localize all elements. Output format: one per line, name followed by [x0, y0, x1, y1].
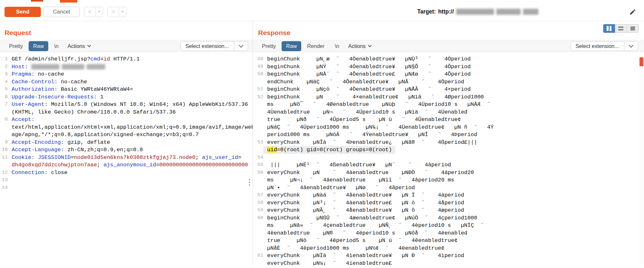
repeater-toolbar: Send Cancel < > Target: http://	[0, 3, 644, 21]
line-number: 9	[0, 139, 8, 146]
code-line: µNáÇ ¨ 4Üperiod1000 ms µN¾¡ ¨ 4Üenabledt…	[253, 124, 644, 131]
line-text	[263, 154, 267, 162]
line-number: 48	[253, 55, 263, 63]
request-title: Request	[5, 29, 248, 37]
line-text: 4èenabledtrue µN® ¨ 4éperiod10 s µNôå ¨ …	[263, 229, 467, 237]
line-number: 8	[0, 116, 8, 124]
tab-linebreak[interactable]: \n	[330, 41, 344, 51]
side-by-side-view-icon[interactable]	[603, 24, 615, 33]
code-line: 49beginChunk µNÝ ¨ 4Óenabledtrue¥ µN§Õ ¨…	[253, 63, 644, 71]
edit-target-icon[interactable]	[629, 8, 636, 15]
line-text: true µNò ¨ 4êperiod5 s µN ú ¨ 4êenabledt…	[263, 237, 458, 245]
line-number	[253, 131, 263, 139]
code-line: 55 ||| µNÉ¹ ¨ 4ßenabledtrue¥ µN¨ ¨ 4àper…	[253, 161, 644, 169]
panel-resize-handle[interactable]	[249, 179, 250, 186]
code-text: GET /admin/shelljfr.jsp?	[12, 56, 90, 62]
tab-raw[interactable]: Raw	[282, 41, 301, 51]
code-text: ajs_user_id	[202, 154, 238, 161]
code-text: =0(root) gid=0(root) groups=0(root)	[277, 147, 392, 153]
code-line: (KHTML, like Gecko) Chrome/118.0.0.0 Saf…	[0, 108, 253, 116]
line-text: true µNð ¨ 4Ûperiod5 s µN ù ¨ 4Ûenabledt…	[263, 116, 461, 124]
code-text: ms µNâ» ¨ 4çenabledtrue µNÑ¸ ¨ 4èperiod1…	[267, 222, 484, 228]
code-text: User-Agent:	[12, 101, 48, 107]
single-view-icon[interactable]	[627, 24, 639, 33]
code-text: period1000 ms µNöÄ ¨ 4Ýenabledtrue¥ µNÎ …	[267, 132, 477, 138]
response-view-switch	[603, 24, 639, 33]
code-text: gzip, deflate	[64, 139, 110, 145]
code-text	[34, 154, 38, 161]
select-extension-dropdown[interactable]: Select extension...	[571, 41, 638, 51]
code-text: 000000000000000000000000000	[159, 162, 248, 168]
line-number: 58	[253, 199, 263, 207]
line-number	[253, 237, 263, 245]
line-number	[253, 245, 263, 252]
code-text: Mozilla/5.0 (Windows NT 10.0; Win64; x64…	[48, 101, 248, 107]
triangle-down-icon	[98, 11, 100, 13]
code-text: no-cache	[58, 79, 87, 85]
line-text: ||| µNÉ¹ ¨ 4ßenabledtrue¥ µN¨ ¨ 4àperiod	[263, 161, 451, 169]
code-line: uid=0(root) gid=0(root) groups=0(root)	[253, 146, 644, 154]
target-display: Target: http://	[417, 8, 538, 15]
cancel-button[interactable]: Cancel	[43, 7, 79, 17]
history-forward-dropdown[interactable]	[119, 7, 126, 17]
redacted-host-value	[62, 64, 84, 69]
line-text: µNáÇ ¨ 4Üperiod1000 ms µN¾¡ ¨ 4Üenabledt…	[263, 124, 494, 131]
line-number	[253, 229, 263, 237]
actions-button[interactable]: Actions	[345, 41, 374, 51]
code-text: node013d5en6kns7k0308ztkfgjaj73.node0	[74, 154, 195, 161]
code-line: 8Accept:	[0, 116, 253, 124]
response-viewer[interactable]: 48beginChunk µN¸æ ¨ 4Òenabledtrue¥ µNÙ³ …	[253, 52, 644, 265]
target-label: Target:	[417, 8, 436, 15]
stacked-view-icon[interactable]	[615, 24, 627, 33]
code-text: µNåÈ ¨ 4ëperiod1000 ms µN½¢ ¨ 4ëenabledt…	[267, 245, 444, 251]
code-text: zh-CN,zh;q=0.9,en;q=0.8	[64, 147, 143, 153]
code-line: 14	[0, 184, 253, 192]
history-back-button[interactable]: <	[84, 7, 96, 17]
tab-pretty[interactable]: Pretty	[257, 41, 280, 51]
history-back-dropdown[interactable]	[96, 7, 103, 17]
code-text: =	[100, 56, 103, 62]
line-number	[253, 108, 263, 116]
line-text: Connection: close	[8, 169, 67, 177]
line-number	[253, 78, 263, 86]
select-extension-dropdown[interactable]: Select extension...	[181, 41, 248, 51]
code-line: true µNò ¨ 4êperiod5 s µN ú ¨ 4êenabledt…	[253, 237, 644, 245]
history-forward-button[interactable]: >	[107, 7, 119, 17]
tab-linebreak[interactable]: \n	[50, 41, 63, 51]
code-line: 12Connection: close	[0, 169, 253, 177]
code-text: close	[48, 170, 67, 176]
tab-render[interactable]: Render	[303, 41, 329, 51]
line-number	[0, 161, 8, 169]
code-text: everyChunk µN ¨ 4àenabledtrue µNÐÖ ¨ 4áp…	[267, 170, 474, 176]
code-line: ms µNõ¯ ¨ 4Øenabledtrue µNùþ ¨ 4Ùperiod1…	[253, 101, 644, 108]
scrollbar-thumb[interactable]	[639, 57, 643, 66]
line-number	[253, 116, 263, 124]
request-panel: Request Pretty Raw \n Actions Select ext…	[0, 21, 253, 265]
tab-raw[interactable]: Raw	[29, 41, 48, 51]
response-scrollbar[interactable]	[639, 57, 644, 265]
line-number	[253, 184, 263, 192]
line-number: 7	[0, 101, 8, 108]
request-header: Request	[0, 21, 253, 40]
history-forward-group: >	[107, 7, 126, 17]
send-button[interactable]: Send	[5, 7, 41, 17]
line-number: 51	[253, 86, 263, 93]
column-bar	[610, 26, 611, 31]
tab-fragment[interactable]	[31, 0, 43, 2]
actions-button[interactable]: Actions	[64, 41, 94, 51]
line-text: µNåÈ ¨ 4ëperiod1000 ms µN½¢ ¨ 4ëenabledt…	[263, 245, 444, 252]
code-text: everyChunk µNÎà ¨ 4Þenabledtrue¿ µNã® ¨ …	[267, 139, 477, 145]
line-text: User-Agent: Mozilla/5.0 (Windows NT 10.0…	[8, 101, 248, 108]
line-number: 3	[0, 70, 8, 78]
line-text: everyChunk µNÃ¸ ¨ 4åenabledtrue¥ µN õ ¨ …	[263, 207, 464, 214]
highlighted-match: uid	[267, 147, 277, 153]
request-editor[interactable]: 1GET /admin/shelljfr.jsp?cmd=id HTTP/1.1…	[0, 52, 253, 191]
tab-pretty[interactable]: Pretty	[5, 41, 27, 51]
line-number: 13	[0, 176, 8, 184]
response-header: Response	[253, 21, 644, 40]
code-text: ||| µNÉ¹ ¨ 4ßenabledtrue¥ µN¨ ¨ 4àperiod	[267, 162, 451, 168]
tab-fragment[interactable]	[60, 0, 77, 3]
select-extension-label: Select extension...	[571, 43, 624, 49]
line-number	[0, 108, 8, 116]
code-line: 3Pragma: no-cache	[0, 70, 253, 78]
